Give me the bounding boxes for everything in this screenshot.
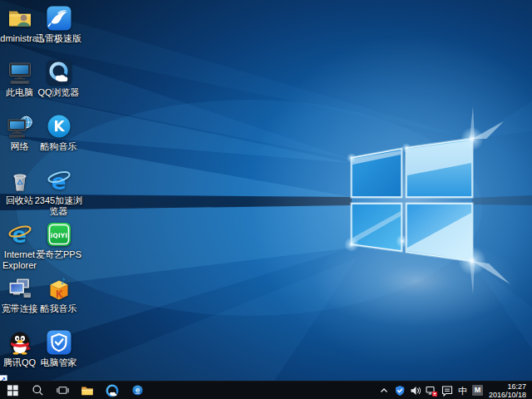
kugou-music-icon: K: [45, 112, 73, 140]
recycle-bin-icon: [6, 166, 34, 195]
qq-browser-icon: [106, 384, 119, 397]
network-disconnected-icon: [426, 385, 437, 397]
clock-date: 2016/10/18: [489, 391, 526, 399]
svg-text:iQIYI: iQIYI: [51, 232, 67, 239]
icon-label: 爱奇艺PPS: [33, 249, 85, 260]
chevron-up-icon: [379, 386, 389, 396]
ime-mode-indicator[interactable]: M: [472, 385, 483, 396]
kuwo-music-icon: K ♪: [45, 274, 73, 303]
this-pc-icon: [6, 58, 34, 86]
start-button[interactable]: [0, 382, 25, 399]
desktop-icon-iqiyi-pps[interactable]: iQIYI ↗ 爱奇艺PPS: [39, 220, 78, 274]
search-icon: [32, 384, 44, 397]
svg-text:♪: ♪: [60, 277, 65, 286]
icon-label: 迅雷极速版: [33, 33, 85, 44]
system-tray: 中 M 16:27 2016/10/18: [377, 382, 532, 399]
action-center-icon: [441, 385, 453, 397]
iqiyi-pps-icon: iQIYI: [45, 220, 73, 249]
desktop-icon-network[interactable]: 网络: [0, 112, 39, 166]
desktop-icon-kugou[interactable]: K ↗ 酷狗音乐: [39, 112, 78, 166]
icon-label: QQ浏览器: [33, 87, 85, 98]
tray-security-button[interactable]: [393, 382, 407, 399]
tray-network-button[interactable]: [425, 382, 439, 399]
file-explorer-button[interactable]: [75, 382, 100, 399]
desktop-icon-kuwo[interactable]: K ♪ ↗ 酷我音乐: [39, 274, 78, 328]
ime-language-indicator[interactable]: 中: [456, 382, 469, 399]
icon-label: 酷我音乐: [33, 303, 85, 314]
e-browser-taskbar-button[interactable]: e: [125, 382, 150, 399]
desktop-icon-tencent-qq[interactable]: ↗ 腾讯QQ: [0, 328, 39, 381]
desktop-icon-xunlei[interactable]: ↗ 迅雷极速版: [39, 4, 78, 58]
taskbar: e: [0, 381, 532, 399]
file-explorer-icon: [81, 384, 94, 397]
desktop-icon-broadband[interactable]: ↗ 宽带连接: [0, 274, 39, 328]
icon-label: 2345加速浏览器: [33, 195, 85, 217]
task-view-button[interactable]: [50, 382, 75, 399]
pc-manager-shield-icon: [45, 328, 73, 357]
shortcut-arrow-icon: ↗: [0, 375, 7, 381]
desktop-icon-qq-browser[interactable]: ↗ QQ浏览器: [39, 58, 78, 112]
show-hidden-icons-button[interactable]: [377, 382, 392, 399]
tray-volume-button[interactable]: [409, 382, 423, 399]
desktop-icon-2345-browser[interactable]: e ↗ 2345加速浏览器: [39, 166, 78, 220]
taskbar-clock[interactable]: 16:27 2016/10/18: [486, 382, 530, 399]
svg-text:e: e: [135, 386, 140, 394]
2345-browser-icon: e: [45, 166, 73, 195]
qq-browser-icon: [45, 58, 73, 86]
svg-text:K: K: [55, 288, 63, 300]
desktop-icon-grid: Administra... 此电脑: [0, 4, 78, 381]
svg-text:K: K: [53, 118, 65, 135]
internet-explorer-icon: e: [6, 220, 34, 249]
broadband-connection-icon: [6, 274, 34, 303]
qq-penguin-icon: [6, 328, 34, 357]
desktop-icon-internet-explorer[interactable]: e Internet Explorer: [0, 220, 39, 274]
task-view-icon: [57, 384, 69, 397]
desktop[interactable]: Administra... 此电脑: [0, 0, 532, 381]
windows-desktop-screen: Administra... 此电脑: [0, 0, 532, 399]
e-browser-icon: e: [131, 384, 144, 397]
clock-time: 16:27: [489, 382, 526, 391]
qq-browser-taskbar-button[interactable]: [100, 382, 125, 399]
desktop-icon-administrator[interactable]: Administra...: [0, 4, 39, 58]
start-icon: [7, 384, 19, 397]
desktop-icon-pc-manager[interactable]: ↗ 电脑管家: [39, 328, 78, 381]
network-icon: [6, 112, 34, 140]
xunlei-bird-icon: [45, 4, 73, 32]
icon-label: 电脑管家: [33, 357, 85, 368]
security-shield-icon: [394, 385, 406, 397]
user-folder-icon: [6, 4, 34, 32]
windows10-hero-wallpaper: [0, 0, 532, 381]
search-button[interactable]: [25, 382, 50, 399]
action-center-button[interactable]: [441, 382, 455, 399]
desktop-icon-this-pc[interactable]: 此电脑: [0, 58, 39, 112]
volume-icon: [410, 385, 421, 397]
icon-label: 酷狗音乐: [33, 141, 85, 152]
